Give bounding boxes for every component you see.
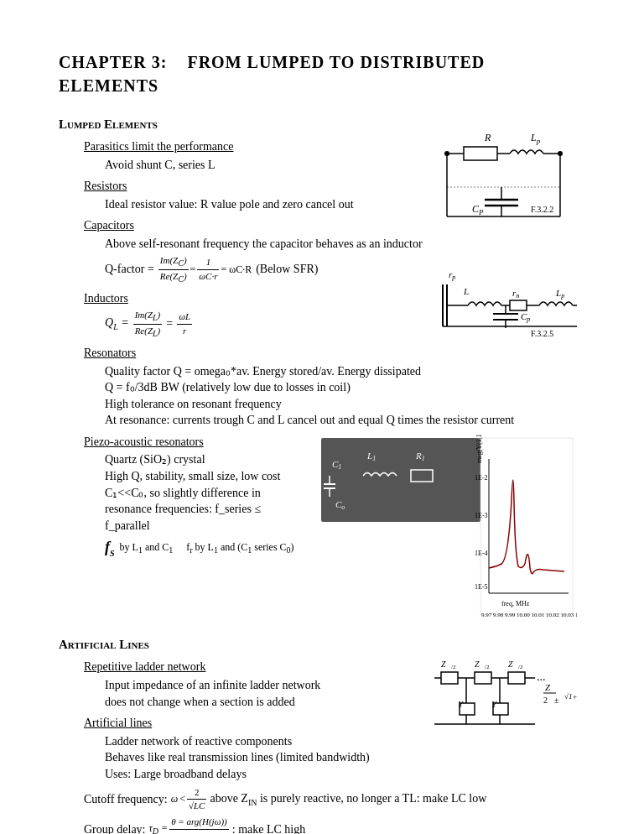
circuit-svg-top: R Lp bbox=[439, 128, 581, 263]
svg-text:1E-4: 1E-4 bbox=[475, 550, 488, 557]
piezo-diagram: C1 L1 R1 Co bbox=[317, 434, 585, 623]
chapter-number: Chapter 3: bbox=[59, 53, 167, 71]
svg-text:Cp: Cp bbox=[521, 311, 530, 323]
resistor-circuit-diagram: R Lp bbox=[434, 128, 585, 347]
piezo-formula-line: fS by L1 and C1 fr by L1 and (C1 series … bbox=[105, 537, 309, 560]
svg-text:Lp: Lp bbox=[555, 288, 564, 300]
group-delay-line: Group delay: τD = θ = arg(H(jω)) ωm : ma… bbox=[84, 816, 585, 834]
capacitors-qfactor: Q-factor = Im(ZC)Re(ZC) = 1ωC·r = ωC·R (… bbox=[105, 254, 426, 285]
svg-rect-70 bbox=[508, 672, 525, 684]
svg-text:1E-2: 1E-2 bbox=[475, 474, 488, 482]
lumped-elements-section: Lumped Elements R Lp bbox=[59, 116, 585, 623]
resonators-item-1: Quality factor Q = omega₀*av. Energy sto… bbox=[105, 363, 585, 380]
svg-text:L: L bbox=[463, 286, 469, 296]
artificial-lines-heading: Artificial Lines bbox=[59, 636, 585, 654]
resonators-item-3: High tolerance on resonant frequency bbox=[105, 396, 585, 413]
svg-text:freq, MHz: freq, MHz bbox=[501, 600, 530, 607]
below-sfr-label: (Below SFR) bbox=[256, 261, 318, 278]
svg-text:±: ± bbox=[554, 696, 559, 705]
svg-rect-49 bbox=[480, 438, 573, 614]
svg-text:...: ... bbox=[537, 670, 546, 683]
svg-text:F.3.2.5: F.3.2.5 bbox=[531, 329, 553, 338]
svg-text:rp: rp bbox=[449, 269, 455, 281]
cutoff-frequency-line: Cutoff frequency: ω< 2√LC above ZIN is p… bbox=[84, 786, 585, 813]
svg-text:2: 2 bbox=[543, 696, 548, 705]
svg-text:Lp: Lp bbox=[530, 132, 541, 145]
ladder-network-diagram: Z /2 Z /2 Z /2 ... Y bbox=[434, 657, 585, 763]
svg-text:R: R bbox=[484, 132, 491, 143]
svg-text:Z: Z bbox=[441, 659, 446, 669]
cutoff-text: above ZIN is purely reactive, no longer … bbox=[210, 790, 486, 809]
svg-text:/2: /2 bbox=[485, 664, 490, 670]
svg-text:Z: Z bbox=[545, 682, 551, 692]
svg-text:Y: Y bbox=[491, 699, 498, 709]
svg-text:1E-3: 1E-3 bbox=[475, 512, 488, 519]
inductors-formula: QL = Im(ZL)Re(ZL) = ωLr bbox=[105, 309, 426, 340]
svg-text:1E-5: 1E-5 bbox=[475, 583, 488, 591]
piezo-svg: C1 L1 R1 Co bbox=[317, 434, 577, 618]
svg-rect-68 bbox=[475, 672, 491, 684]
svg-text:Z: Z bbox=[508, 659, 513, 669]
resonators-item-4: At resonance: currents trough C and L ca… bbox=[105, 412, 585, 429]
svg-rect-3 bbox=[464, 147, 497, 160]
svg-rect-39 bbox=[321, 438, 480, 522]
artificial-lines-section: Artificial Lines Z /2 Z /2 Z /2 ... bbox=[59, 636, 585, 834]
svg-text:9.97  9.98  9.99  10.00  10.01: 9.97 9.98 9.99 10.00 10.01 10.02 10.03 1… bbox=[481, 612, 577, 618]
svg-text:F.3.2.2: F.3.2.2 bbox=[531, 205, 553, 214]
svg-rect-66 bbox=[441, 672, 458, 684]
svg-text:rn: rn bbox=[512, 288, 519, 300]
svg-text:CP: CP bbox=[472, 203, 484, 216]
svg-rect-26 bbox=[510, 300, 527, 310]
piezo-section: C1 L1 R1 Co bbox=[59, 434, 585, 623]
svg-text:Y: Y bbox=[458, 699, 465, 709]
svg-text:Z: Z bbox=[475, 659, 480, 669]
svg-text:/2: /2 bbox=[451, 664, 456, 670]
page-content: Chapter 3: From Lumped to Distributed El… bbox=[59, 50, 585, 834]
svg-text:/2: /2 bbox=[518, 664, 523, 670]
inductor-parasitics-svg: rp L rn Lp Cp bbox=[439, 259, 581, 343]
resonators-item-2: Q = f₀/3dB BW (relatively low due to los… bbox=[105, 379, 585, 396]
svg-text:√1+: √1+ bbox=[564, 692, 578, 701]
ladder-svg: Z /2 Z /2 Z /2 ... Y bbox=[434, 657, 581, 758]
chapter-title: Chapter 3: From Lumped to Distributed El… bbox=[59, 50, 585, 97]
artificial-item-3: Uses: Large broadband delays bbox=[105, 766, 585, 783]
group-delay-text: : make LC high bbox=[232, 821, 306, 835]
svg-text:mag(Y(1,1)): mag(Y(1,1)) bbox=[475, 434, 483, 463]
